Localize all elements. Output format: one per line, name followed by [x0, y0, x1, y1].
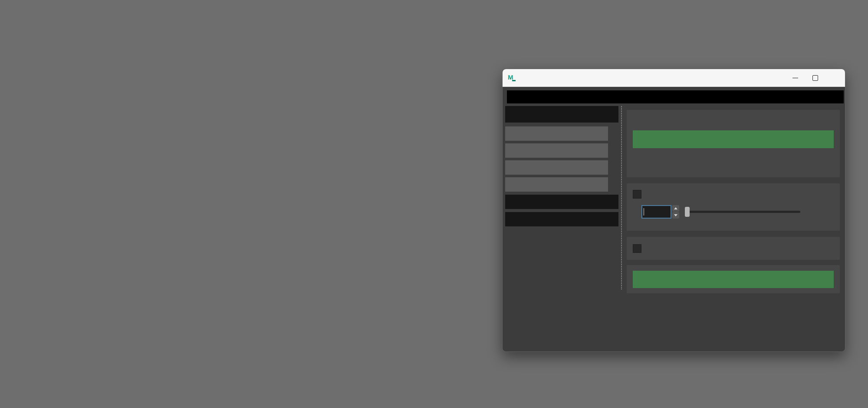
allow-split-checkbox [633, 190, 641, 199]
reduce-alpha-areas-button[interactable] [505, 126, 608, 141]
results-panel [627, 110, 840, 177]
sidebar-separator [621, 106, 622, 289]
keep-weights-checkbox[interactable] [633, 244, 641, 253]
maya-logo-icon: M [508, 74, 516, 82]
execute-panel [627, 265, 840, 293]
arrow-up-icon [674, 207, 677, 209]
text-caret [644, 208, 644, 216]
execute-button[interactable] [633, 271, 834, 288]
maximize-icon [812, 75, 818, 81]
sidebar [505, 106, 618, 229]
threshold-input[interactable] [641, 205, 671, 219]
allow-split-row [633, 190, 645, 199]
houdini-status-banner [507, 90, 844, 103]
minimize-button[interactable] [785, 69, 805, 86]
screen: M [0, 0, 868, 408]
window-titlebar[interactable]: M [503, 69, 845, 87]
reduce-edges-by-pattern-button[interactable] [505, 160, 608, 175]
reduction-section-header[interactable] [505, 106, 618, 123]
spin-up-button[interactable] [672, 205, 679, 212]
weights-panel [627, 237, 840, 260]
select-section-header[interactable] [505, 212, 618, 226]
spin-down-button[interactable] [672, 212, 679, 219]
minimize-icon [792, 78, 798, 78]
tool-window: M [502, 69, 845, 352]
slider-track[interactable] [685, 211, 800, 213]
keep-weights-row [633, 244, 645, 253]
slider-handle[interactable] [685, 207, 690, 217]
maximize-button[interactable] [805, 69, 825, 86]
threshold-slider[interactable] [685, 206, 800, 217]
reduce-haircards-button[interactable] [505, 143, 608, 158]
svg-text:M: M [508, 74, 513, 81]
threshold-spinner [672, 205, 679, 219]
skin-section-header[interactable] [505, 195, 618, 209]
arrow-down-icon [674, 214, 677, 216]
close-button[interactable] [825, 69, 845, 86]
check-previous-results-button[interactable] [633, 130, 834, 148]
reduce-edges-by-curvature-button[interactable] [505, 177, 608, 192]
threshold-panel [627, 183, 840, 231]
